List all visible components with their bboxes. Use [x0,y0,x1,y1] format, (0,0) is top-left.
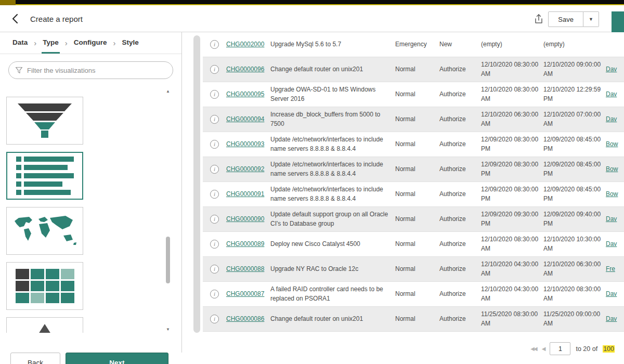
assignee-link[interactable]: Bow [606,190,618,198]
end-date-cell: 12/10/2020 06:30:00 AM [543,258,606,280]
panel-scrollbar[interactable]: ▲ ▼ [165,88,171,333]
priority-cell: Normal [395,88,439,101]
change-request-table: i CHG0002000 Upgrade MySql 5.6 to 5.7 Em… [203,32,624,333]
table-row: i CHG0000093 Update /etc/network/interfa… [203,132,624,157]
back-chevron-icon[interactable] [9,12,22,25]
change-number-link[interactable]: CHG0000093 [226,140,264,148]
change-number-link[interactable]: CHG0000090 [226,215,264,223]
change-number-link[interactable]: CHG0000086 [226,315,264,322]
change-number-link[interactable]: CHG0000087 [226,290,264,297]
short-description-cell: Update /etc/network/interfaces to includ… [270,183,395,205]
viz-thumbnail-funnel[interactable] [6,97,83,145]
assignee-link[interactable]: Dav [606,315,617,322]
info-icon[interactable]: i [210,65,219,74]
assignee-link[interactable]: Bow [606,165,618,173]
viz-thumbnail-pyramid[interactable] [6,317,83,333]
table-scrollbar[interactable] [193,34,200,335]
top-strip-accent [0,0,16,5]
start-date-cell: 12/10/2020 06:30:00 AM [481,108,543,131]
table-row: i CHG0000088 Upgrade NY RAC to Oracle 12… [203,257,624,282]
info-icon[interactable]: i [210,315,219,323]
page-number-input[interactable] [550,342,570,355]
end-date-cell: 12/10/2020 12:29:59 PM [543,83,606,106]
report-designer-panel: Data › Type › Configure › Style [0,32,182,364]
change-number-link[interactable]: CHG0000089 [226,240,264,248]
viz-thumbnail-heatmap[interactable] [6,262,83,310]
change-number-link[interactable]: CHG0000096 [226,66,264,73]
info-icon[interactable]: i [210,240,219,249]
step-configure[interactable]: Configure [73,32,108,54]
save-button[interactable]: Save [548,11,583,27]
end-date-cell: 12/09/2020 08:45:00 PM [543,158,606,180]
share-icon[interactable] [532,13,546,25]
page-title: Create a report [30,15,83,23]
end-date-cell: (empty) [543,38,606,51]
info-icon[interactable]: i [210,115,219,124]
screen-top-strip [0,0,624,5]
create-report-screen: Create a report Save ▼ Data › Type › Con… [0,0,624,364]
start-date-cell: 12/10/2020 08:30:00 AM [481,58,543,81]
chevron-right-icon: › [108,32,121,54]
change-number-link[interactable]: CHG0000095 [226,90,264,98]
priority-cell: Normal [395,263,439,276]
short-description-cell: Update default support group on all Orac… [270,208,395,230]
header: Create a report Save ▼ [0,5,624,32]
short-description-cell: Increase db_block_buffers from 5000 to 7… [270,108,395,131]
short-description-cell: Upgrade OWA-SD-01 to MS Windows Server 2… [270,83,395,106]
priority-cell: Normal [395,163,439,176]
state-cell: Authorize [439,63,481,76]
change-number-link[interactable]: CHG0002000 [226,41,264,48]
save-dropdown-button[interactable]: ▼ [583,11,599,27]
assignee-link[interactable]: Dav [606,90,617,98]
step-data[interactable]: Data [11,32,29,54]
state-cell: Authorize [439,313,481,326]
viz-thumbnail-list[interactable] [6,152,83,200]
info-icon[interactable]: i [210,265,219,274]
step-style[interactable]: Style [121,32,140,54]
scroll-down-icon[interactable]: ▼ [165,327,171,333]
info-icon[interactable]: i [210,165,219,174]
viz-thumbnail-map[interactable] [6,207,83,255]
assignee-link[interactable]: Dav [606,66,617,73]
end-date-cell: 11/25/2020 09:00:00 AM [543,308,606,330]
info-icon[interactable]: i [210,290,219,298]
change-number-link[interactable]: CHG0000088 [226,265,264,272]
assignee-link[interactable]: Bow [606,140,618,148]
assignee-link[interactable]: Fre [606,265,615,272]
next-button[interactable]: Next [66,353,168,364]
info-icon[interactable]: i [210,215,219,224]
end-date-cell: 12/10/2020 07:00:00 AM [543,108,606,131]
priority-cell: Normal [395,138,439,151]
end-date-cell: 12/10/2020 08:30:00 AM [543,283,606,305]
change-number-link[interactable]: CHG0000092 [226,165,264,173]
assignee-link[interactable]: Dav [606,115,617,123]
priority-cell: Normal [395,213,439,226]
chevron-right-icon: › [60,32,73,54]
scroll-up-icon[interactable]: ▲ [165,88,171,95]
change-number-link[interactable]: CHG0000094 [226,115,264,123]
step-type[interactable]: Type [42,32,60,54]
pyramid-chart-icon [16,323,73,333]
info-icon[interactable]: i [210,40,219,49]
info-icon[interactable]: i [210,190,219,199]
previous-page-icon[interactable]: ◀ [542,346,545,352]
first-page-icon[interactable]: ◀◀ [530,346,536,352]
state-cell: Authorize [439,163,481,176]
change-number-link[interactable]: CHG0000091 [226,190,264,198]
panel-scrollbar-thumb[interactable] [166,237,170,283]
priority-cell: Normal [395,63,439,76]
back-button[interactable]: Back [10,353,60,364]
info-icon[interactable]: i [210,140,219,149]
filter-input-wrapper [8,61,173,79]
info-icon[interactable]: i [210,90,219,99]
filter-visualizations-input[interactable] [27,67,166,74]
table-scrollbar-thumb[interactable] [193,35,200,333]
visualization-list [0,86,182,333]
state-cell: Authorize [439,238,481,251]
assignee-link[interactable]: Dav [606,290,617,297]
assignee-link[interactable]: Dav [606,215,617,223]
table-row: i CHG0000096 Change default router on un… [203,57,624,82]
assignee-link[interactable]: Dav [606,240,617,248]
table-row: i CHG0000092 Update /etc/network/interfa… [203,157,624,182]
state-cell: Authorize [439,88,481,101]
